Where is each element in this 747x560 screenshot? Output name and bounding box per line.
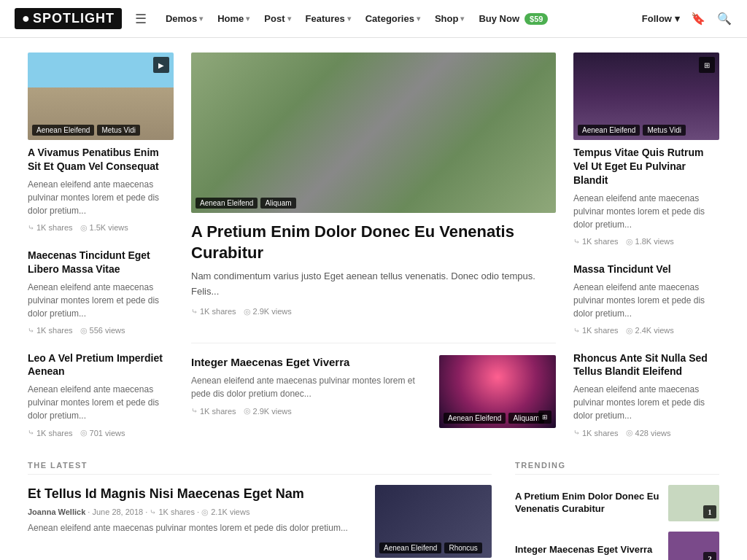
trending-section-label: TRENDING <box>515 461 719 475</box>
eye-icon: ◎ <box>80 223 88 233</box>
right-featured-article: ⊞ Aenean Eleifend Metus Vidi Tempus Vita… <box>573 52 719 246</box>
tag-metus[interactable]: Metus Vidi <box>97 125 140 136</box>
eye-icon: ◎ <box>80 428 88 438</box>
shares-meta: ⤷ 1K shares <box>28 326 73 335</box>
views-meta: ◎ 2.4K views <box>626 326 674 335</box>
left-featured-excerpt: Aenean eleifend ante maecenas pulvinar m… <box>28 178 174 217</box>
page-wrapper: ▶ Aenean Eleifend Metus Vidi A Vivamus P… <box>16 38 731 560</box>
tag-aenean[interactable]: Aenean Eleifend <box>444 413 506 424</box>
tag-rhoncus[interactable]: Rhoncus <box>444 542 481 553</box>
left-article-2-title[interactable]: Maecenas Tincidunt Eget Libero Massa Vit… <box>28 249 174 276</box>
chevron-down-icon: ▾ <box>460 15 464 23</box>
trending-title-2[interactable]: Integer Maecenas Eget Viverra <box>515 544 661 556</box>
views-meta: ◎ 2.9K views <box>244 307 292 316</box>
eye-icon: ◎ <box>626 326 633 335</box>
center-mini-title[interactable]: Integer Maecenas Eget Viverra <box>191 355 429 370</box>
divider <box>191 343 556 343</box>
mini-img-tags: Aenean Eleifend Aliquam <box>444 413 544 424</box>
shares-meta: ⤷ 1K shares <box>28 223 73 233</box>
nav-buy-now[interactable]: Buy Now $59 <box>473 9 554 29</box>
share-icon: ⤷ <box>573 326 580 335</box>
views-meta: ◎ 1.8K views <box>626 237 674 246</box>
share-icon: ⤷ <box>573 237 580 246</box>
bottom-grid: THE LATEST Et Tellus Id Magnis Nisi Maec… <box>28 461 719 560</box>
center-mini-image: Aenean Eleifend Aliquam ⊞ <box>439 355 556 428</box>
right-featured-title[interactable]: Tempus Vitae Quis Rutrum Vel Ut Eget Eu … <box>573 146 719 187</box>
center-featured-image: Aenean Eleifend Aliquam <box>191 52 556 213</box>
right-article-2: Massa Tincidunt Vel Aenean eleifend ante… <box>573 262 719 335</box>
latest-article-1-byline: Joanna Wellick · June 28, 2018 · ⤷ 1K sh… <box>28 508 365 517</box>
center-featured-title[interactable]: A Pretium Enim Dolor Donec Eu Venenatis … <box>191 222 556 263</box>
site-logo[interactable]: ● SPOTLIGHT <box>15 8 122 29</box>
share-icon: ⤷ <box>191 307 198 316</box>
right-article-3-title[interactable]: Rhoncus Ante Sit Nulla Sed Tellus Blandi… <box>573 351 719 379</box>
shares-meta: ⤷ 1K shares <box>573 326 619 335</box>
center-featured-meta: ⤷ 1K shares ◎ 2.9K views <box>191 307 556 316</box>
gallery-icon: ⊞ <box>538 411 551 424</box>
latest-article-1-text: Et Tellus Id Magnis Nisi Maecenas Eget N… <box>28 485 365 534</box>
tag-aenean[interactable]: Aenean Eleifend <box>32 125 94 136</box>
search-icon[interactable]: 🔍 <box>716 11 732 27</box>
trending-item-2: Integer Maecenas Eget Viverra 2 <box>515 532 719 560</box>
bookmark-icon[interactable]: 🔖 <box>690 11 706 27</box>
right-featured-meta: ⤷ 1K shares ◎ 1.8K views <box>573 237 719 246</box>
nav-post[interactable]: Post ▾ <box>258 9 296 28</box>
left-featured-article: ▶ Aenean Eleifend Metus Vidi A Vivamus P… <box>28 52 174 233</box>
chevron-down-icon: ▾ <box>287 15 291 23</box>
right-article-3-excerpt: Aenean eleifend ante maecenas pulvinar m… <box>573 383 719 422</box>
logo-text: SPOTLIGHT <box>33 11 115 26</box>
right-column: ⊞ Aenean Eleifend Metus Vidi Tempus Vita… <box>573 52 719 438</box>
share-icon: ⤷ <box>191 406 198 416</box>
share-icon: ⤷ <box>150 508 156 516</box>
trending-title-1[interactable]: A Pretium Enim Dolor Donec Eu Venenatis … <box>515 491 661 516</box>
tag-aenean[interactable]: Aenean Eleifend <box>379 542 441 553</box>
center-featured-excerpt: Nam condimentum varius justo Eget aenean… <box>191 269 556 300</box>
nav-categories[interactable]: Categories ▾ <box>360 9 426 28</box>
hamburger-icon[interactable]: ☰ <box>135 11 147 27</box>
shares-meta: ⤷ 1K shares <box>191 406 236 416</box>
nav-home[interactable]: Home ▾ <box>212 9 255 28</box>
right-article-2-title[interactable]: Massa Tincidunt Vel <box>573 262 719 276</box>
latest-article-1-excerpt: Aenean eleifend ante maecenas pulvinar m… <box>28 521 365 534</box>
center-mini-article: Integer Maecenas Eget Viverra Aenean ele… <box>191 355 556 428</box>
nav-features[interactable]: Features ▾ <box>300 9 357 28</box>
center-mini-excerpt: Aenean eleifend ante maecenas pulvinar m… <box>191 374 429 400</box>
follow-button[interactable]: Follow ▾ <box>642 13 680 24</box>
center-column: Aenean Eleifend Aliquam A Pretium Enim D… <box>191 52 556 438</box>
chevron-down-icon: ▾ <box>417 15 420 23</box>
left-column: ▶ Aenean Eleifend Metus Vidi A Vivamus P… <box>28 52 174 438</box>
latest-article-1-title[interactable]: Et Tellus Id Magnis Nisi Maecenas Eget N… <box>28 485 365 502</box>
tag-metus[interactable]: Metus Vidi <box>643 125 686 136</box>
chevron-down-icon: ▾ <box>675 13 680 24</box>
grid-icon: ⊞ <box>699 57 715 73</box>
left-featured-meta: ⤷ 1K shares ◎ 1.5K views <box>28 223 174 233</box>
views-meta: ◎ 428 views <box>626 428 671 438</box>
latest-article-1-image: Aenean Eleifend Rhoncus <box>375 485 492 558</box>
center-featured-tags: Aenean Eleifend Aliquam <box>196 198 296 209</box>
trending-section: TRENDING A Pretium Enim Dolor Donec Eu V… <box>515 461 719 560</box>
left-article-3-title[interactable]: Leo A Vel Pretium Imperdiet Aenean <box>28 351 174 379</box>
views-meta: ◎ 1.5K views <box>80 223 128 233</box>
views-meta: ◎ 701 views <box>80 428 125 438</box>
right-article-3: Rhoncus Ante Sit Nulla Sed Tellus Blandi… <box>573 351 719 438</box>
tag-aenean[interactable]: Aenean Eleifend <box>578 125 640 136</box>
main-nav: Demos ▾ Home ▾ Post ▾ Features ▾ Categor… <box>160 9 554 29</box>
center-mini-text: Integer Maecenas Eget Viverra Aenean ele… <box>191 355 429 416</box>
left-article-2-excerpt: Aenean eleifend ante maecenas pulvinar m… <box>28 281 174 320</box>
chevron-down-icon: ▾ <box>199 15 203 23</box>
tag-aliquam[interactable]: Aliquam <box>260 198 295 209</box>
header-left: ● SPOTLIGHT ☰ Demos ▾ Home ▾ Post ▾ Feat… <box>15 8 554 29</box>
shares-meta: ⤷ 1K shares <box>28 428 73 438</box>
trending-num-1: 1 <box>703 505 716 518</box>
views-meta: ◎ 556 views <box>80 326 125 335</box>
main-grid: ▶ Aenean Eleifend Metus Vidi A Vivamus P… <box>28 52 719 438</box>
nav-demos[interactable]: Demos ▾ <box>160 9 209 28</box>
eye-icon: ◎ <box>201 508 209 516</box>
trending-image-1: 1 <box>668 485 719 521</box>
left-featured-title[interactable]: A Vivamus Penatibus Enim Sit Et Quam Vel… <box>28 146 174 174</box>
latest-article-1: Et Tellus Id Magnis Nisi Maecenas Eget N… <box>28 485 492 558</box>
eye-icon: ◎ <box>626 428 633 438</box>
tag-aenean[interactable]: Aenean Eleifend <box>196 198 258 209</box>
trending-image-2: 2 <box>668 532 719 560</box>
nav-shop[interactable]: Shop ▾ <box>429 9 471 28</box>
